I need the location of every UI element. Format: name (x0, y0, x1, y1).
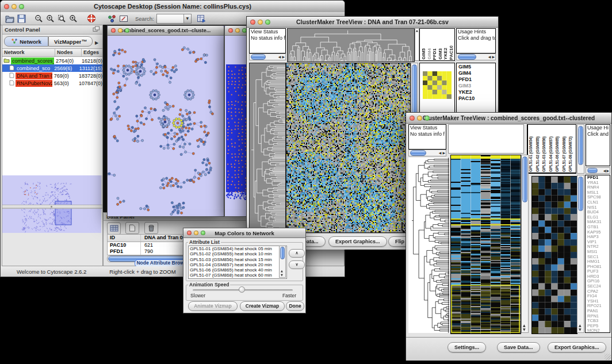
close-icon[interactable] (4, 4, 9, 9)
cluster-similarity-matrix[interactable] (423, 71, 452, 99)
network-table-header[interactable]: Network Nodes Edges (2, 48, 102, 57)
usage-hints-hscrollbar[interactable]: ◀▶ (456, 53, 496, 60)
gene-label[interactable]: GIM4 (457, 70, 495, 76)
column-label[interactable]: PAC10 (449, 45, 454, 60)
search-input[interactable] (157, 15, 183, 22)
minimize-icon[interactable] (194, 231, 198, 235)
export-graphics-button[interactable]: Export Graphics... (548, 342, 606, 352)
list-item[interactable]: GPL51-04 (GSM857) heat shock 20 min (189, 262, 286, 267)
minimize-icon[interactable] (118, 28, 123, 33)
array-label[interactable]: GPL51-07 (GSM868) (562, 125, 568, 172)
attribute-list-vscrollbar[interactable]: ▲▼ (279, 246, 286, 278)
array-label[interactable]: GPL51-02 (GSM855) (536, 125, 542, 172)
column-label[interactable]: GIM4 (427, 48, 432, 60)
create-vizmap-button[interactable]: Create Vizmap (240, 301, 285, 311)
export-graphics-button[interactable]: Export Graphics... (328, 236, 387, 247)
zoom-window-icon[interactable] (201, 231, 205, 235)
array-label[interactable]: GPL51-01 (GSM854) (529, 125, 535, 172)
vizmap-icon[interactable] (106, 13, 118, 24)
zoom-in-button[interactable] (44, 13, 56, 24)
list-item[interactable]: GPL51-06 (GSM865) heat shock 40 min (189, 267, 286, 273)
slider-thumb[interactable] (239, 286, 245, 293)
tab-vizmapper[interactable]: VizMapper™ (48, 36, 93, 47)
network-view-2-titlebar[interactable] (225, 26, 249, 36)
attribute-listbox[interactable]: GPL51-01 (GSM854) heat shock 05 min GPL5… (188, 246, 287, 279)
view-status-hscrollbar[interactable]: ◀▶ (249, 53, 286, 60)
close-icon[interactable] (410, 116, 415, 121)
float-panel-icon[interactable] (93, 26, 100, 33)
move-up-button[interactable]: ∧ (289, 249, 305, 258)
gene-label[interactable]: YKE2 (457, 89, 495, 95)
column-label[interactable]: GIM3 (438, 48, 443, 60)
similarity-heatmap[interactable] (286, 63, 411, 233)
save-session-button[interactable] (16, 13, 27, 24)
main-titlebar[interactable]: Cytoscape Desktop (Session Name: collins… (1, 1, 345, 13)
dialog-titlebar[interactable]: Map Colors to Network (183, 228, 305, 238)
gene-label[interactable]: MON2 (586, 328, 610, 333)
help-lifebuoy-icon[interactable] (86, 13, 97, 24)
row-dendrogram[interactable] (249, 63, 286, 233)
delete-attribute-icon[interactable] (144, 222, 158, 234)
minimize-icon[interactable] (417, 116, 422, 121)
zoom-window-icon[interactable] (265, 20, 270, 25)
array-labels-vscrollbar[interactable] (577, 124, 584, 174)
row-dendrogram[interactable] (408, 158, 449, 333)
column-label[interactable]: PFD1 (432, 48, 437, 60)
zoom-window-icon[interactable] (125, 28, 129, 33)
annotation-canvas-icon[interactable] (118, 13, 129, 24)
close-icon[interactable] (250, 20, 255, 25)
tab-network[interactable]: Network (4, 36, 48, 47)
settings-button[interactable]: Settings... (447, 342, 486, 352)
zoom-out-button[interactable] (33, 13, 44, 24)
gene-label[interactable]: GIM3 (457, 83, 495, 89)
usage-hints-hscrollbar[interactable]: ◀▶ (586, 167, 610, 174)
column-label[interactable]: GIM5 (421, 48, 426, 60)
array-label[interactable]: GPL51-04 (GSM857) (549, 125, 555, 172)
gene-list-vscrollbar[interactable]: ▲▼ (577, 175, 584, 333)
zoom-window-icon[interactable] (19, 4, 24, 9)
array-label[interactable]: GPL51-03 (GSM856) (542, 125, 548, 172)
network-table-row[interactable]: combined_scores_2764(0)16218(0) (2, 57, 102, 64)
zoom-fit-button[interactable] (67, 13, 79, 24)
treeview2-titlebar[interactable]: ClusterMaker TreeView : combined_scores_… (406, 113, 611, 124)
attribute-table-icon[interactable] (107, 223, 121, 235)
expression-heatmap[interactable] (450, 155, 521, 334)
column-label[interactable]: YKE2 (443, 48, 448, 60)
minimize-icon[interactable] (258, 20, 263, 25)
save-data-button[interactable]: Save Data... (497, 342, 540, 352)
search-dropdown-arrow[interactable]: ▼ (183, 14, 191, 23)
list-item[interactable]: GPL51-07 (GSM868) heat shock 60 min (189, 273, 286, 278)
animate-vizmap-button[interactable]: Animate Vizmap (188, 301, 238, 311)
view-status-hscrollbar[interactable]: ◀▶ (408, 150, 446, 156)
network-table-row[interactable]: DNA and Tran 07769(0)183728(0) (2, 72, 102, 79)
zoomed-heatmap[interactable] (531, 176, 577, 334)
network-view-titlebar[interactable]: combined_scores_good.txt--cluste... (108, 26, 224, 36)
move-down-button[interactable]: ∨ (289, 260, 305, 269)
resize-grip[interactable] (605, 354, 611, 360)
column-dendrogram[interactable] (287, 28, 415, 62)
network-canvas[interactable] (108, 36, 223, 216)
array-label[interactable]: GPL51-08 (GSM872) (568, 125, 575, 172)
gene-label[interactable]: PFD1 (457, 76, 495, 83)
zoom-selected-button[interactable] (56, 13, 67, 24)
close-icon[interactable] (187, 231, 192, 235)
network-table-row[interactable]: combined_sco2569(6)13112(15) (2, 64, 102, 72)
list-item[interactable]: GPL51-03 (GSM856) heat shock 15 min (189, 257, 286, 262)
minimize-icon[interactable] (235, 28, 240, 33)
close-icon[interactable] (111, 28, 116, 33)
gene-label[interactable]: GIM5 (457, 64, 495, 70)
network-canvas-2[interactable] (225, 36, 248, 216)
close-icon[interactable] (228, 28, 233, 33)
list-item[interactable]: GPL51-01 (GSM854) heat shock 05 min (189, 246, 286, 251)
list-item[interactable]: GPL51-02 (GSM855) heat shock 10 min (189, 251, 286, 256)
network-table-row[interactable]: RNAPuberNov2+563(0)107847(0) (2, 79, 102, 87)
import-table-icon[interactable] (196, 13, 208, 24)
zoom-window-icon[interactable] (424, 116, 430, 121)
heatmap-vscrollbar[interactable]: ▲▼ (521, 155, 529, 333)
minimize-icon[interactable] (12, 4, 17, 9)
birdseye-view[interactable] (2, 175, 101, 233)
new-attribute-icon[interactable] (125, 222, 139, 234)
panel-splitter[interactable] (2, 205, 102, 209)
open-session-button[interactable] (4, 13, 16, 24)
treeview1-titlebar[interactable]: ClusterMaker TreeView : DNA and Tran 07-… (247, 17, 498, 28)
